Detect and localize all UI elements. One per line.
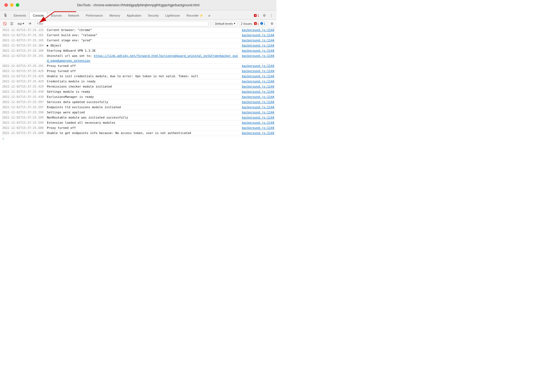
log-row: 2022-12-02T15:37:25.191 Uninstall url wa… [0,54,276,64]
log-source[interactable]: background.js:1144 [242,43,274,48]
log-timestamp: 2022-12-02T15:37:25.430 [2,89,44,94]
tab-recorder[interactable]: Recorder ⚡ [183,12,207,19]
svg-text:✕: ✕ [254,23,256,25]
log-row: 2022-12-02T15:37:25.165 Current build en… [0,33,276,38]
minimize-button[interactable] [10,3,14,7]
log-timestamp: 2022-12-02T15:37:25.597 [2,105,44,110]
more-options-button[interactable]: ⋮ [268,13,274,18]
error-badge[interactable]: ✕ 1 [253,13,260,18]
log-source[interactable]: background.js:1144 [242,74,274,79]
log-timestamp: 2022-12-02T15:37:25.598 [2,110,44,115]
toggle-sidebar-button[interactable]: ☰ [9,21,15,27]
context-selector[interactable]: top ▾ [16,21,26,26]
log-row: 2022-12-02T15:37:25.429 Permissions chec… [0,84,276,89]
maximize-button[interactable] [16,3,19,7]
log-source[interactable]: background.js:1144 [242,84,274,89]
log-row: 2022-12-02T15:37:25.430 Settings module … [0,89,276,95]
tab-bar: Elements Console Sources Network Perform… [0,10,276,20]
tab-performance[interactable]: Performance [82,12,106,19]
log-row: 2022-12-02T15:37:25.600 Proxy turned off… [0,126,276,131]
tab-lighthouse[interactable]: Lighthouse [162,12,183,19]
log-source[interactable]: background.js:1144 [242,95,274,99]
log-timestamp: 2022-12-02T15:37:25.597 [2,100,44,105]
log-source[interactable]: background.js:1144 [242,38,274,43]
tab-elements[interactable]: Elements [10,12,29,19]
log-message: Current build env: "release" [47,33,238,38]
log-timestamp: 2022-12-02T15:37:25.429 [2,69,44,74]
log-timestamp: 2022-12-02T15:37:25.191 [2,64,44,69]
log-row: 2022-12-02T15:37:25.598 Settings were ap… [0,110,276,115]
log-source[interactable]: background.js:1144 [242,33,274,38]
log-source[interactable]: background.js:1144 [242,105,274,110]
console-input-row: › [0,136,276,141]
toggle-eye-button[interactable]: 👁 [27,21,33,27]
tab-memory[interactable]: Memory [106,12,124,19]
log-row: 2022-12-02T15:37:25.133 Current browser:… [0,28,276,33]
tab-network[interactable]: Network [65,12,82,19]
log-source[interactable]: background.js:1144 [242,69,274,74]
log-levels-button[interactable]: Default levels ▾ [213,21,237,26]
log-source[interactable]: background.js:1144 [242,28,274,33]
log-source[interactable]: background.js:1144 [242,79,274,84]
toolbar-right: Default levels ▾ 2 Issues: ✕ 1 i 1 ⚙ [213,21,275,27]
log-source[interactable]: background.js:1144 [242,115,274,120]
log-timestamp: 2022-12-02T15:37:25.184 [2,43,44,48]
log-message: Unable to init credentials module, due t… [47,74,238,79]
tab-console[interactable]: Console [29,12,47,19]
log-source[interactable]: background.js:1144 [242,48,274,53]
log-message: ▶ Object [47,43,238,48]
svg-text:✕: ✕ [254,14,256,17]
tab-overflow-button[interactable]: » [207,12,212,19]
log-row: 2022-12-02T15:37:25.597 Services data up… [0,100,276,105]
log-message: Uninstall url was set to: https://link.a… [47,54,238,63]
tab-application[interactable]: Application [124,12,145,19]
log-timestamp: 2022-12-02T15:37:25.429 [2,79,44,84]
log-message: Endpoints tld exclusions module initiate… [47,105,238,110]
settings-button[interactable]: ⚙ [261,13,267,18]
log-source[interactable]: background.js:1144 [242,100,274,105]
log-source[interactable]: background.js:1144 [242,54,274,58]
window-title: DevTools - chrome-extension://hhdobjgopf… [77,3,199,7]
log-timestamp: 2022-12-02T15:37:25.165 [2,38,44,43]
log-row: 2022-12-02T15:37:25.599 NonRoutable modu… [0,115,276,120]
log-message: Starting AdGuard VPN 1.3.36 [47,48,238,53]
titlebar: DevTools - chrome-extension://hhdobjgopf… [0,0,276,10]
log-timestamp: 2022-12-02T15:37:25.429 [2,74,44,79]
filter-input[interactable] [35,21,208,26]
log-row: 2022-12-02T15:37:25.429 Credentials modu… [0,79,276,84]
log-timestamp: 2022-12-02T15:37:25.165 [2,33,44,38]
log-timestamp: 2022-12-02T15:37:25.430 [2,95,44,99]
log-row: 2022-12-02T15:37:25.429 Unable to init c… [0,74,276,79]
log-timestamp: 2022-12-02T15:37:25.600 [2,131,44,136]
log-row: 2022-12-02T15:37:25.430 ExclusionsManage… [0,95,276,100]
info-icon: i [260,22,263,25]
log-source[interactable]: background.js:1144 [242,120,274,125]
tab-security[interactable]: Security [145,12,162,19]
log-message: Unable to get endpoints info because: No… [47,131,238,136]
log-row: 2022-12-02T15:37:25.191 Proxy turned off… [0,64,276,69]
issues-label: 2 Issues: [241,22,253,25]
dropdown-arrow: ▾ [23,22,24,25]
tab-devtools-inspect[interactable] [2,12,10,19]
uninstall-url-link[interactable]: https://link.adtidy.net/forward.html?act… [47,54,238,63]
console-settings-button[interactable]: ⚙ [269,21,275,27]
console-toolbar: 🚫 ☰ top ▾ 👁 Default levels ▾ 2 Issues: ✕… [0,20,276,28]
log-source[interactable]: background.js:1144 [242,64,274,69]
tab-sources[interactable]: Sources [47,12,65,19]
log-message: Proxy turned off [47,126,238,130]
clear-console-button[interactable]: 🚫 [2,21,8,27]
log-message: Current stage env: "prod" [47,38,238,43]
log-source[interactable]: background.js:1144 [242,89,274,94]
log-source[interactable]: background.js:1144 [242,110,274,115]
levels-arrow: ▾ [234,22,235,25]
issues-button[interactable]: 2 Issues: ✕ 1 i 1 [239,21,267,26]
close-button[interactable] [4,3,8,7]
log-message: Services data updated successfully [47,100,238,105]
svg-text:i: i [261,23,262,25]
log-row: 2022-12-02T15:37:25.600 Unable to get en… [0,131,276,136]
log-source[interactable]: background.js:1144 [242,126,274,130]
log-source[interactable]: background.js:1144 [242,131,274,136]
log-timestamp: 2022-12-02T15:37:25.599 [2,120,44,125]
levels-label: Default levels [215,22,233,25]
log-message: Settings were applied [47,110,238,115]
